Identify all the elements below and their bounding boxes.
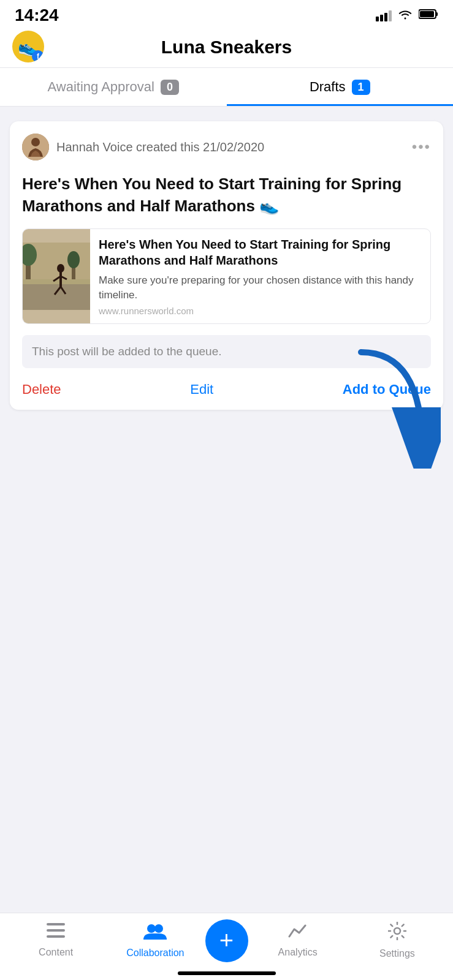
more-options-button[interactable]: ••• bbox=[412, 138, 431, 156]
svg-point-11 bbox=[67, 251, 80, 268]
main-content: Hannah Voice created this 21/02/2020 •••… bbox=[0, 107, 453, 658]
brand-avatar: 👟 f bbox=[12, 31, 49, 67]
collaboration-icon bbox=[143, 922, 167, 944]
svg-point-4 bbox=[31, 138, 40, 146]
link-preview-description: Make sure you're preparing for your chos… bbox=[99, 273, 422, 303]
link-preview-image bbox=[23, 229, 90, 324]
tab-awaiting-approval[interactable]: Awaiting Approval 0 bbox=[0, 68, 227, 106]
awaiting-approval-badge: 0 bbox=[161, 80, 179, 95]
tab-collaboration[interactable]: Collaboration bbox=[105, 922, 205, 959]
post-header: Hannah Voice created this 21/02/2020 ••• bbox=[22, 134, 431, 160]
link-preview-url: www.runnersworld.com bbox=[99, 306, 422, 316]
svg-rect-2 bbox=[420, 11, 434, 17]
link-preview-title: Here's When You Need to Start Training f… bbox=[99, 236, 422, 268]
post-title: Here's When You Need to Start Training f… bbox=[22, 173, 431, 217]
edit-button[interactable]: Edit bbox=[190, 382, 213, 398]
content-label: Content bbox=[39, 947, 73, 958]
svg-rect-21 bbox=[47, 935, 65, 938]
status-time: 14:24 bbox=[15, 6, 59, 25]
link-preview-content: Here's When You Need to Start Training f… bbox=[90, 229, 430, 324]
status-icons bbox=[376, 9, 438, 22]
post-card: Hannah Voice created this 21/02/2020 •••… bbox=[10, 121, 443, 410]
battery-icon bbox=[419, 9, 438, 22]
tab-content[interactable]: Content bbox=[6, 923, 105, 958]
tab-drafts-label: Drafts bbox=[310, 79, 346, 95]
analytics-label: Analytics bbox=[278, 947, 318, 958]
collaboration-label: Collaboration bbox=[126, 948, 184, 959]
header: 👟 f Luna Sneakers bbox=[0, 31, 453, 68]
facebook-badge: f bbox=[32, 50, 44, 62]
settings-label: Settings bbox=[379, 948, 415, 959]
tab-bar: Awaiting Approval 0 Drafts 1 bbox=[0, 68, 453, 107]
post-author: Hannah Voice created this 21/02/2020 bbox=[22, 134, 264, 160]
delete-button[interactable]: Delete bbox=[22, 382, 61, 398]
queue-note: This post will be added to the queue. bbox=[22, 335, 431, 368]
page-title: Luna Sneakers bbox=[161, 37, 292, 58]
link-preview: Here's When You Need to Start Training f… bbox=[22, 228, 431, 325]
svg-point-22 bbox=[147, 924, 156, 933]
analytics-icon bbox=[288, 923, 308, 943]
add-to-queue-button[interactable]: Add to Queue bbox=[343, 382, 431, 398]
content-icon bbox=[47, 923, 65, 943]
svg-point-12 bbox=[57, 264, 64, 273]
svg-rect-19 bbox=[47, 923, 65, 925]
drafts-badge: 1 bbox=[352, 80, 370, 95]
home-indicator bbox=[178, 971, 276, 975]
post-author-info: Hannah Voice created this 21/02/2020 bbox=[56, 140, 264, 154]
bottom-tab-bar: Content Collaboration + Analytics bbox=[0, 913, 453, 980]
svg-point-24 bbox=[394, 928, 400, 934]
status-bar: 14:24 bbox=[0, 0, 453, 31]
wifi-icon bbox=[398, 9, 413, 22]
tab-settings[interactable]: Settings bbox=[348, 922, 447, 959]
svg-point-23 bbox=[154, 924, 163, 933]
svg-rect-1 bbox=[436, 12, 438, 16]
tab-analytics[interactable]: Analytics bbox=[248, 923, 348, 958]
tab-awaiting-label: Awaiting Approval bbox=[47, 79, 154, 95]
settings-icon bbox=[388, 922, 406, 944]
post-actions: Delete Edit Add to Queue bbox=[22, 379, 431, 398]
plus-icon: + bbox=[219, 928, 234, 952]
signal-icon bbox=[376, 9, 392, 21]
svg-rect-20 bbox=[47, 929, 65, 932]
add-post-button[interactable]: + bbox=[205, 919, 248, 962]
author-avatar bbox=[22, 134, 49, 160]
tab-drafts[interactable]: Drafts 1 bbox=[227, 68, 454, 106]
avatar-image: 👟 f bbox=[12, 31, 44, 62]
